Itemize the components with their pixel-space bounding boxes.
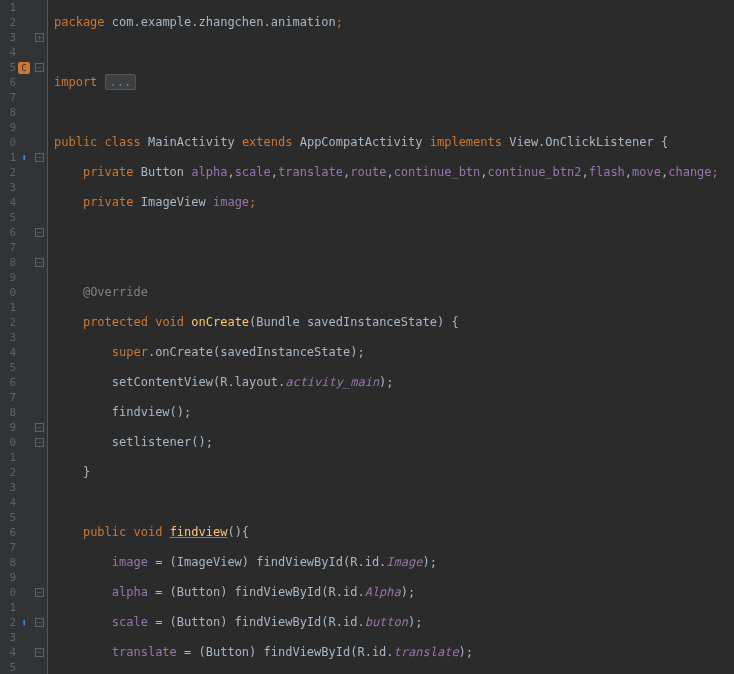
fold-collapse-icon[interactable]: − xyxy=(35,648,44,657)
override-up-icon[interactable]: ⬆ xyxy=(16,150,32,165)
fold-expand-icon[interactable]: + xyxy=(35,33,44,42)
fold-collapse-icon[interactable]: − xyxy=(35,258,44,267)
fold-collapse-icon[interactable]: − xyxy=(35,588,44,597)
svg-text:C: C xyxy=(21,63,26,73)
fold-collapse-icon[interactable]: − xyxy=(35,618,44,627)
fold-collapse-icon[interactable]: − xyxy=(35,228,44,237)
fold-collapse-icon[interactable]: − xyxy=(35,63,44,72)
line-numbers: 1234567890123456789012345678901234567890… xyxy=(2,0,16,674)
fold-collapse-icon[interactable]: − xyxy=(35,423,44,432)
editor-gutter: 1234567890123456789012345678901234567890… xyxy=(0,0,48,674)
override-up-icon[interactable]: ⬆ xyxy=(16,615,32,630)
fold-collapse-icon[interactable]: − xyxy=(35,153,44,162)
class-icon[interactable]: C xyxy=(16,60,32,75)
code-editor[interactable]: package com.example.zhangchen.animation;… xyxy=(48,0,734,674)
folded-imports[interactable]: ... xyxy=(105,74,137,90)
fold-collapse-icon[interactable]: − xyxy=(35,438,44,447)
